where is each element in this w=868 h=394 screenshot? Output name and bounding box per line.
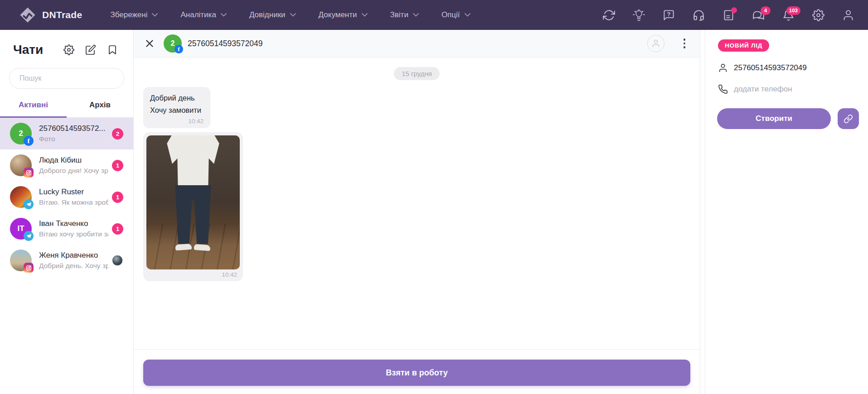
menu-item-directories[interactable]: Довідники (249, 10, 296, 19)
search-input[interactable] (9, 68, 124, 89)
lead-details-panel: НОВИЙ ЛІД 25760514593572049 додати телеф… (705, 30, 868, 394)
message-time: 10:42 (146, 269, 240, 279)
brand-logo[interactable]: DNTrade (19, 6, 82, 24)
close-chat-icon[interactable] (144, 38, 155, 49)
chat-title: 25760514593572049 (188, 39, 262, 48)
support-headset-icon[interactable] (693, 9, 705, 21)
avatar (10, 186, 32, 208)
chat-header: 2 f 25760514593572049 (134, 30, 700, 58)
chevron-down-icon (362, 13, 368, 17)
date-separator: 15 грудня (394, 67, 440, 80)
chat-name: Lucky Ruster (39, 187, 108, 197)
chat-preview: Вітаю. Як можна зроб... (39, 198, 108, 207)
instagram-badge-icon (24, 168, 34, 178)
messages-count-badge: 4 (761, 6, 771, 15)
notifications-bell-icon[interactable]: 103 (782, 9, 795, 21)
menu-item-saved[interactable]: Збережені (110, 10, 158, 19)
top-navigation-bar: DNTrade Збережені Аналітика Довідники До… (0, 0, 868, 30)
telegram-badge-icon (24, 199, 34, 209)
panel-divider (700, 30, 705, 394)
create-lead-button[interactable]: Створити (717, 108, 831, 129)
chat-more-menu-icon[interactable] (682, 37, 688, 50)
avatar: 2 f (10, 123, 32, 144)
lead-status-badge: НОВИЙ ЛІД (718, 39, 769, 52)
chat-preview: Фото (39, 135, 108, 143)
tab-active-chats[interactable]: Активні (0, 101, 67, 118)
menu-item-options[interactable]: Опції (441, 10, 470, 19)
bookmark-icon[interactable] (107, 44, 118, 55)
unread-badge: 2 (112, 128, 123, 139)
avatar (10, 154, 32, 176)
help-question-glyph: ? (663, 11, 675, 18)
lead-contact-id: 25760514593572049 (734, 63, 807, 72)
topbar-actions: ? 4 103 (603, 9, 854, 21)
brand-name: DNTrade (42, 10, 82, 20)
chat-name: 25760514593572... (39, 124, 108, 133)
sidebar-title: Чати (13, 43, 63, 57)
chat-list-item-zhenya[interactable]: Женя Кравченко Добрий день. Хочу зр... (0, 245, 133, 276)
person-icon (718, 63, 728, 73)
chat-list-item-facebook-lead[interactable]: 2 f 25760514593572... Фото 2 (0, 118, 133, 149)
settings-gear-icon[interactable] (812, 9, 824, 21)
chat-name: Іван Ткаченко (39, 219, 108, 228)
chat-panel: 2 f 25760514593572049 15 грудня Добрий д… (133, 30, 700, 394)
facebook-badge-icon: f (24, 136, 34, 146)
chevron-down-icon (465, 13, 470, 17)
menu-item-analytics[interactable]: Аналітика (180, 10, 226, 19)
app-body: Чати Активні Архів 2 f 25760514593572... (0, 30, 868, 394)
add-phone-link[interactable]: додати телефон (734, 85, 792, 94)
chevron-down-icon (152, 13, 158, 17)
facebook-badge-icon: f (175, 45, 183, 53)
chat-footer: Взяти в роботу (134, 350, 700, 394)
chevron-down-icon (221, 13, 227, 17)
dntrade-logo-icon (19, 6, 36, 24)
chats-sidebar: Чати Активні Архів 2 f 25760514593572... (0, 30, 133, 394)
sync-icon[interactable] (603, 9, 615, 21)
unread-badge: 1 (112, 160, 123, 171)
notes-notification-dot (731, 7, 737, 13)
notifications-count-badge: 103 (786, 6, 800, 15)
menu-item-reports[interactable]: Звіти (390, 10, 419, 19)
phone-icon (718, 84, 728, 94)
lead-phone-row[interactable]: додати телефон (717, 84, 859, 94)
user-profile-icon[interactable] (842, 9, 854, 21)
chat-avatar: 2 f (164, 34, 182, 53)
chevron-down-icon (413, 13, 419, 17)
lead-actions: Створити (717, 108, 859, 129)
messages-icon[interactable]: 4 (752, 9, 765, 21)
instagram-badge-icon (24, 263, 34, 273)
menu-item-documents[interactable]: Документи (319, 10, 368, 19)
notes-icon[interactable] (723, 9, 735, 21)
incoming-message-bubble: Добрий день Хочу замовити 10:42 (143, 87, 210, 128)
take-to-work-button[interactable]: Взяти в роботу (143, 360, 690, 386)
chat-preview: Добрий день. Хочу зр... (39, 262, 108, 270)
unread-badge: 1 (112, 223, 123, 235)
message-time: 10:42 (150, 118, 204, 125)
avatar: IT (10, 218, 32, 240)
chat-settings-gear-icon[interactable] (63, 44, 74, 55)
link-icon (844, 114, 853, 124)
tab-archive[interactable]: Архів (67, 101, 133, 117)
messages-area[interactable]: 15 грудня Добрий день Хочу замовити 10:4… (134, 58, 700, 350)
photo-attachment[interactable] (146, 135, 240, 269)
chat-list-item-ivan[interactable]: IT Іван Ткаченко Вітаю хочу зробити за..… (0, 213, 133, 245)
idea-bulb-icon[interactable] (633, 9, 645, 21)
unread-badge: 1 (112, 192, 123, 203)
assigned-agent-avatar (112, 255, 123, 266)
chat-list: 2 f 25760514593572... Фото 2 Люда Кібиш (0, 118, 133, 276)
telegram-badge-icon (24, 231, 34, 241)
message-text: Добрий день (150, 92, 204, 104)
chat-list-item-lyuda[interactable]: Люда Кібиш Доброго дня! Хочу зр... 1 (0, 149, 133, 181)
compose-edit-icon[interactable] (85, 44, 96, 55)
incoming-photo-message[interactable]: 10:42 (143, 132, 243, 281)
assign-user-icon[interactable] (647, 35, 664, 52)
help-icon[interactable]: ? (663, 9, 675, 21)
chat-list-item-lucky[interactable]: Lucky Ruster Вітаю. Як можна зроб... 1 (0, 181, 133, 213)
lead-contact-row: 25760514593572049 (717, 63, 859, 73)
avatar (10, 250, 32, 271)
copy-link-button[interactable] (838, 108, 859, 129)
chat-preview: Доброго дня! Хочу зр... (39, 167, 108, 175)
message-text: Хочу замовити (150, 104, 204, 116)
chat-preview: Вітаю хочу зробити за... (39, 230, 108, 238)
chat-name: Женя Кравченко (39, 251, 108, 260)
